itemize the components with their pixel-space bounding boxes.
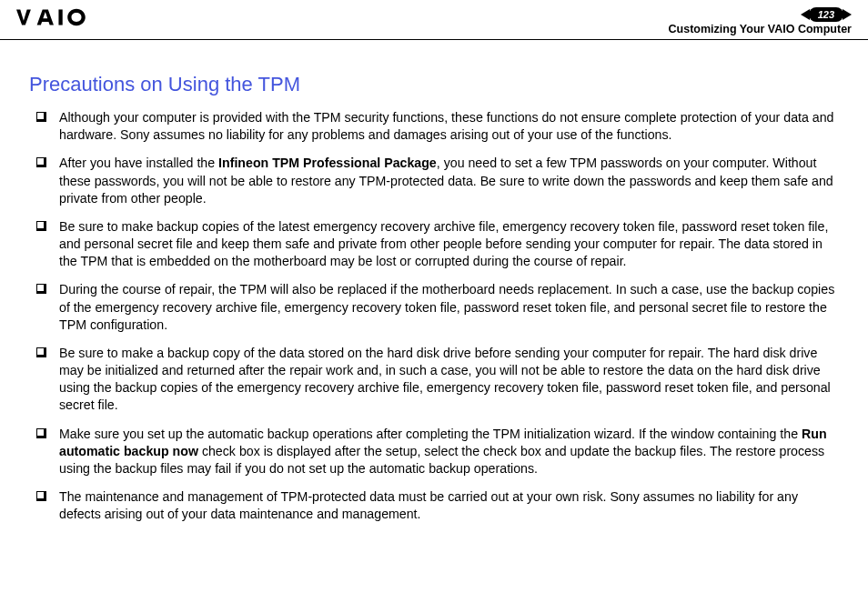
list-item: During the course of repair, the TPM wil… [36,281,839,334]
emphasized-term: Infineon TPM Professional Package [218,156,437,170]
list-item-text: After you have installed the Infineon TP… [59,155,839,207]
page-header: 123 Customizing Your VAIO Computer [0,0,868,40]
page-content: Precautions on Using the TPM Although yo… [0,40,868,523]
vaio-logo [16,7,116,27]
bullet-icon [36,491,46,501]
list-item-text: Be sure to make backup copies of the lat… [59,218,839,271]
next-page-icon[interactable] [843,9,852,20]
list-item-text: Make sure you set up the automatic backu… [59,426,839,478]
list-item: Be sure to make a backup copy of the dat… [36,345,839,415]
list-item: Although your computer is provided with … [36,109,839,144]
list-item-text: The maintenance and management of TPM-pr… [59,488,839,523]
list-item-text: Although your computer is provided with … [59,109,839,144]
header-right: 123 Customizing Your VAIO Computer [669,7,852,35]
bullet-icon [36,221,46,231]
bullet-icon [36,284,46,294]
emphasized-term: Run automatic backup now [59,427,827,458]
bullet-icon [36,112,46,122]
precautions-list: Although your computer is provided with … [29,109,839,523]
bullet-icon [36,347,46,357]
svg-rect-0 [58,9,62,25]
page-title: Precautions on Using the TPM [29,73,839,96]
section-label: Customizing Your VAIO Computer [669,23,852,35]
list-item: The maintenance and management of TPM-pr… [36,488,839,523]
bullet-icon [36,157,46,167]
bullet-icon [36,428,46,438]
list-item-text: Be sure to make a backup copy of the dat… [59,345,839,415]
list-item: Make sure you set up the automatic backu… [36,426,839,478]
list-item: Be sure to make backup copies of the lat… [36,218,839,271]
list-item: After you have installed the Infineon TP… [36,155,839,207]
page-navigation: 123 [669,7,852,22]
list-item-text: During the course of repair, the TPM wil… [59,281,839,334]
page-number-badge: 123 [809,7,843,22]
